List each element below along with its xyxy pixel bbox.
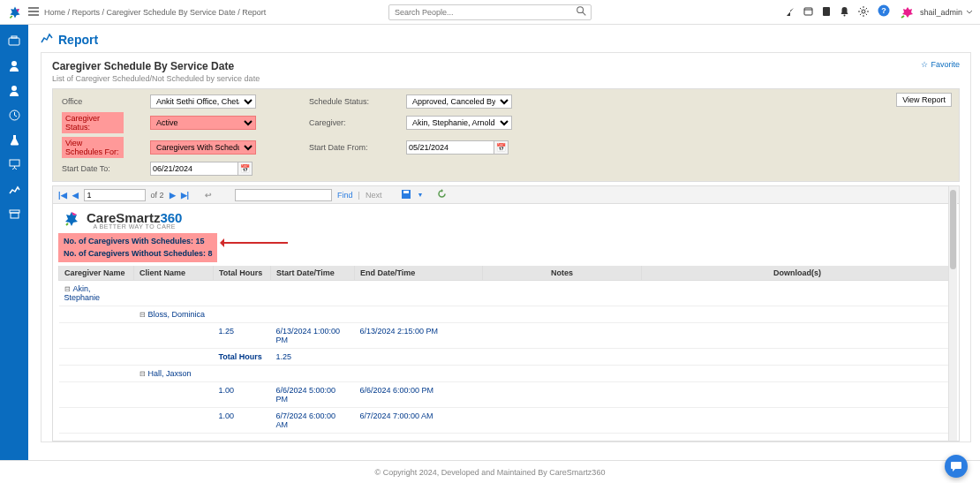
search-input[interactable]	[388, 4, 592, 20]
table-row: ⊟Akin, Stephanie	[59, 281, 954, 306]
without-schedules-count: No. of Caregivers Without Schedules: 8	[64, 248, 212, 260]
caregiver-label: Caregiver:	[309, 118, 380, 127]
find-next-button[interactable]: Next	[366, 191, 382, 200]
sidebar-chart-icon[interactable]	[0, 177, 28, 201]
clipboard-icon[interactable]	[822, 6, 831, 19]
hours-cell: 1.25	[214, 323, 271, 349]
next-page-icon[interactable]: ▶	[170, 191, 176, 200]
sidebar	[0, 25, 28, 483]
report-card: Caregiver Schedule By Service Date List …	[41, 52, 971, 442]
svg-text:?: ?	[881, 6, 886, 15]
page-input[interactable]	[84, 189, 146, 201]
svg-point-12	[11, 86, 17, 91]
sidebar-user-icon[interactable]	[0, 53, 28, 78]
hamburger-icon[interactable]	[28, 7, 39, 18]
breadcrumb-report-name[interactable]: Caregiver Schedule By Service Date	[107, 8, 236, 17]
sidebar-flask-icon[interactable]	[0, 127, 28, 152]
view-for-select[interactable]: Caregivers With Schedules, Caregiv	[150, 140, 256, 155]
office-select[interactable]: Ankit Sethi Office, Chetan Office T	[150, 94, 256, 109]
calendar-picker-icon[interactable]: 📅	[238, 162, 253, 176]
star-icon: ☆	[921, 60, 928, 69]
calendar-icon[interactable]	[803, 6, 813, 18]
footer-text: © Copyright 2024, Developed and Maintain…	[375, 468, 606, 477]
last-page-icon[interactable]: ▶|	[181, 191, 190, 200]
svg-line-1	[583, 11, 585, 14]
schedule-status-label: Schedule Status:	[309, 97, 380, 106]
sidebar-archive-icon[interactable]	[0, 201, 28, 226]
view-report-button[interactable]: View Report	[896, 93, 952, 107]
hours-cell: 1.00	[214, 382, 271, 408]
refresh-icon[interactable]	[437, 189, 447, 200]
main: Report Caregiver Schedule By Service Dat…	[28, 25, 980, 458]
gear-icon[interactable]	[858, 6, 869, 19]
favorite-label: Favorite	[931, 60, 960, 69]
report-body: CareSmartz360 A BETTER WAY TO CARE No. o…	[53, 204, 959, 441]
client-cell[interactable]: Bloss, Dominica	[148, 310, 206, 319]
footer: © Copyright 2024, Developed and Maintain…	[0, 460, 980, 483]
page-of-label: of 2	[151, 191, 164, 200]
chart-line-icon	[41, 32, 53, 47]
caregiver-status-select[interactable]: Active	[150, 116, 256, 130]
start-cell: 6/7/2024 6:00:00 AM	[271, 408, 355, 434]
start-cell: 6/6/2024 5:00:00 PM	[271, 382, 355, 408]
section-sub: List of Caregiver Scheduled/Not Schedule…	[52, 74, 960, 83]
svg-point-6	[862, 10, 865, 13]
office-label: Office	[62, 97, 124, 106]
scroll-thumb[interactable]	[950, 190, 956, 269]
export-icon[interactable]	[401, 189, 411, 201]
start-to-label: Start Date To:	[62, 164, 124, 173]
col-end: End Date/Time	[355, 266, 483, 281]
schedule-status-select[interactable]: Approved, Canceled By Caregiver,	[406, 94, 512, 109]
col-notes: Notes	[483, 266, 642, 281]
help-icon[interactable]: ?	[878, 4, 890, 19]
svg-point-0	[577, 6, 584, 12]
client-cell[interactable]: Hall, Jaxson	[148, 369, 192, 378]
table-row: ⊟Bloss, Dominica	[59, 306, 954, 323]
bell-icon[interactable]	[840, 6, 849, 19]
col-total-hours: Total Hours	[214, 266, 271, 281]
breadcrumb-home[interactable]: Home	[44, 8, 65, 17]
col-downloads: Download(s)	[642, 266, 954, 281]
favorite-toggle[interactable]: ☆ Favorite	[921, 60, 960, 69]
chat-bubble-icon[interactable]	[945, 455, 968, 478]
sidebar-briefcase-icon[interactable]	[0, 28, 28, 53]
find-button[interactable]: Find	[337, 191, 353, 200]
end-cell: 6/7/2024 7:00:00 AM	[355, 408, 483, 434]
table-row: ⊟Hall, Jaxson	[59, 366, 954, 382]
prev-page-icon[interactable]: ◀	[72, 191, 79, 200]
first-page-icon[interactable]: |◀	[58, 191, 67, 200]
table-row: 1.00 6/7/2024 6:00:00 AM 6/7/2024 7:00:0…	[59, 408, 954, 434]
page-title-row: Report	[41, 25, 971, 52]
user-menu[interactable]: shail_admin	[899, 5, 973, 19]
svg-rect-14	[10, 160, 19, 166]
find-input[interactable]	[235, 189, 332, 201]
sidebar-presentation-icon[interactable]	[0, 152, 28, 177]
scrollbar[interactable]	[948, 186, 957, 441]
sidebar-user2-icon[interactable]	[0, 78, 28, 102]
caregiver-status-label: Caregiver Status:	[62, 112, 124, 133]
col-start: Start Date/Time	[271, 266, 355, 281]
total-hours-value: 1.25	[271, 349, 355, 366]
caregiver-select[interactable]: Akin, Stephanie, Arnold, William,	[406, 116, 512, 130]
hours-cell: 1.00	[214, 408, 271, 434]
breadcrumb: Home / Reports / Caregiver Schedule By S…	[44, 8, 266, 17]
collapse-icon[interactable]: ⊟	[139, 311, 146, 319]
search-icon[interactable]	[577, 6, 586, 18]
svg-rect-9	[9, 38, 19, 45]
start-to-input[interactable]	[150, 162, 238, 176]
back-icon[interactable]: ↩	[205, 191, 212, 200]
with-schedules-count: No. of Caregivers With Schedules: 15	[64, 236, 212, 248]
calendar-picker-icon[interactable]: 📅	[494, 140, 509, 155]
start-from-input[interactable]	[406, 140, 494, 155]
breadcrumb-reports[interactable]: Reports	[72, 8, 101, 17]
location-icon[interactable]	[786, 6, 795, 19]
sidebar-clock-icon[interactable]	[0, 102, 28, 127]
report-logo: CareSmartz360 A BETTER WAY TO CARE	[58, 208, 954, 230]
end-cell: 6/13/2024 2:15:00 PM	[355, 323, 483, 349]
collapse-icon[interactable]: ⊟	[64, 285, 71, 293]
export-dropdown-icon[interactable]: ▼	[417, 192, 423, 198]
table-row: 1.00 6/6/2024 5:00:00 PM 6/6/2024 6:00:0…	[59, 382, 954, 408]
col-caregiver: Caregiver Name	[59, 266, 134, 281]
collapse-icon[interactable]: ⊟	[139, 370, 146, 378]
report-viewer: |◀ ◀ of 2 ▶ ▶| ↩ Find | Next ▼	[52, 185, 960, 441]
